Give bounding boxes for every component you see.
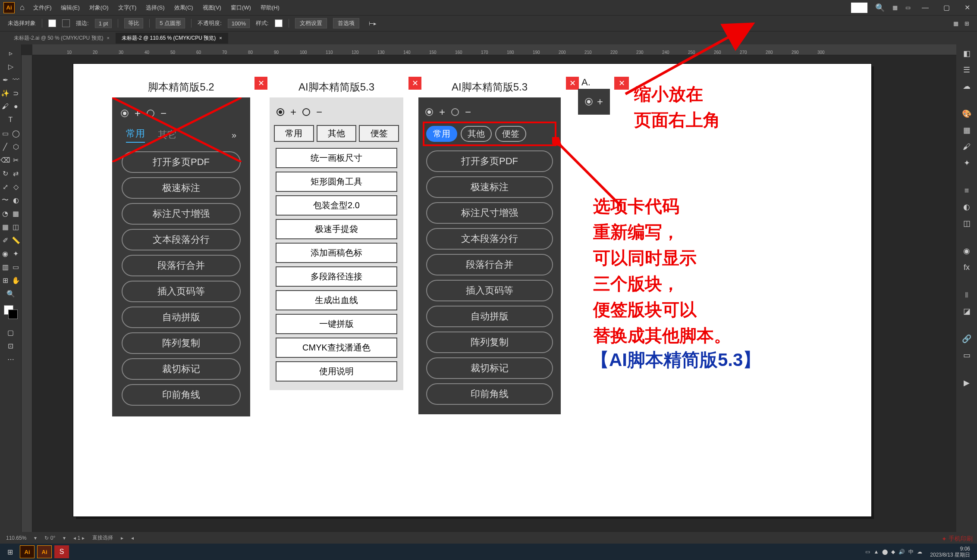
align-icon[interactable]: ⫴ — [965, 288, 968, 301]
menu-edit[interactable]: 编辑(E) — [61, 4, 79, 12]
tool-mesh-gradient[interactable]: ▦◫ — [0, 221, 21, 233]
pathfinder-icon[interactable]: ◪ — [963, 305, 971, 318]
tab-other[interactable]: 其他 — [317, 125, 357, 142]
radio-on[interactable] — [276, 108, 284, 116]
tool-rotate-reflect[interactable]: ↻⇄ — [0, 167, 21, 179]
radio-on[interactable] — [425, 108, 433, 116]
brushes-icon[interactable]: 🖌 — [963, 140, 971, 153]
opacity-value[interactable]: 100% — [228, 19, 250, 28]
doc-tab-1[interactable]: 未标题-2.ai @ 50 % (CMYK/CPU 预览)× — [8, 33, 116, 44]
tray-icon[interactable]: ▲ — [873, 549, 879, 555]
search-input[interactable] — [851, 3, 867, 13]
gradient-icon[interactable]: ◐ — [963, 200, 970, 213]
style-swatch[interactable] — [275, 19, 283, 27]
start-button[interactable]: ⊞ — [3, 545, 17, 558]
appearance-icon[interactable]: ◉ — [963, 244, 970, 257]
script-button[interactable]: 打开多页PDF — [122, 151, 241, 173]
script-button[interactable]: 阵列复制 — [122, 332, 241, 354]
close-button[interactable]: ✕ — [566, 77, 579, 90]
script-button[interactable]: 自动拼版 — [426, 306, 553, 327]
artboard-nav[interactable]: ◂ 1 ▸ — [73, 535, 84, 541]
script-button[interactable]: 文本段落分行 — [426, 228, 553, 250]
script-button[interactable]: 极速标注 — [122, 177, 241, 199]
tool-direct-select[interactable]: ▷ — [3, 60, 19, 72]
doc-tab-2[interactable]: 未标题-2 @ 110.65 % (CMYK/CPU 预览)× — [116, 33, 228, 44]
tool-width-warp[interactable]: 〜◐ — [0, 194, 21, 206]
tab-close-icon[interactable]: × — [219, 35, 222, 41]
menu-select[interactable]: 选择(S) — [146, 4, 164, 12]
script-button[interactable]: 插入页码等 — [426, 280, 553, 301]
transparency-icon[interactable]: ◫ — [963, 217, 971, 230]
tray-icon[interactable]: 🔊 — [898, 549, 905, 555]
menu-file[interactable]: 文件(F) — [33, 4, 52, 12]
arrange-icon[interactable]: ▦ — [892, 4, 898, 11]
color-icon[interactable]: 🎨 — [962, 107, 971, 120]
script-button[interactable]: 裁切标记 — [122, 358, 241, 380]
tool-slice-hand[interactable]: ⊞✋ — [0, 274, 21, 286]
brush-preset[interactable]: 5 点圆形 — [156, 18, 185, 28]
pin-icon[interactable]: ⊢▸ — [369, 20, 377, 27]
tool-line-polygon[interactable]: ╱⬡ — [0, 141, 21, 153]
tray-icon[interactable]: ☁ — [917, 549, 922, 555]
script-button[interactable]: 裁切标记 — [426, 357, 553, 379]
script-button[interactable]: 标注尺寸增强 — [426, 202, 553, 224]
scale-mode[interactable]: 等比 — [124, 18, 143, 28]
radio-off[interactable] — [302, 108, 310, 116]
radio-on[interactable] — [121, 109, 129, 117]
script-button[interactable]: 统一画板尺寸 — [276, 148, 397, 168]
tool-eyedropper-measure[interactable]: ✐📏 — [0, 234, 21, 246]
tool-selection[interactable]: ▹ — [3, 47, 19, 59]
script-button[interactable]: 阵列复制 — [426, 332, 553, 353]
menu-help[interactable]: 帮助(H) — [261, 4, 280, 12]
properties-icon[interactable]: ◧ — [963, 47, 971, 60]
radio-on[interactable] — [585, 98, 593, 106]
tab-common[interactable]: 常用 — [274, 125, 314, 142]
tool-scale-free[interactable]: ⤢◇ — [0, 181, 21, 193]
close-icon[interactable]: ✕ — [961, 3, 974, 12]
scroll-left-icon[interactable]: ◂ — [131, 535, 134, 541]
workspace-icon[interactable]: ▭ — [905, 4, 911, 11]
graphic-styles-icon[interactable]: fx — [964, 261, 970, 274]
script-button[interactable]: 一键拼版 — [276, 314, 397, 334]
script-button[interactable]: 标注尺寸增强 — [122, 203, 241, 225]
taskbar-app[interactable]: S — [54, 545, 69, 558]
script-button[interactable]: 印前角线 — [122, 384, 241, 406]
stroke-swatch[interactable] — [62, 19, 70, 27]
tab-common[interactable]: 常用 — [126, 127, 145, 143]
script-button[interactable]: 插入页码等 — [122, 281, 241, 302]
doc-setup-button[interactable]: 文档设置 — [295, 18, 327, 28]
maximize-icon[interactable]: ▢ — [940, 3, 953, 12]
close-button[interactable]: ✕ — [614, 77, 629, 90]
tray-icon[interactable]: ◆ — [891, 549, 895, 555]
stroke-icon[interactable]: ≡ — [964, 184, 969, 197]
tool-eraser-scissors[interactable]: ⌫✂ — [0, 154, 21, 166]
tool-rect-ellipse[interactable]: ▭◯ — [0, 127, 21, 139]
prefs-button[interactable]: 首选项 — [333, 18, 359, 28]
fill-swatch[interactable] — [48, 19, 56, 27]
links-icon[interactable]: 🔗 — [962, 332, 971, 345]
script-button[interactable]: 生成出血线 — [276, 290, 397, 310]
menu-view[interactable]: 视图(V) — [203, 4, 221, 12]
color-swatches[interactable] — [4, 305, 18, 319]
close-button[interactable]: ✕ — [254, 77, 267, 90]
script-button[interactable]: 包装盒型2.0 — [276, 195, 397, 216]
libraries-icon[interactable]: ☁ — [963, 80, 971, 93]
play-icon[interactable]: ▶ — [964, 376, 970, 389]
menu-effect[interactable]: 效果(C) — [174, 4, 193, 12]
edit-toolbar[interactable]: ⋯ — [3, 353, 19, 365]
menu-type[interactable]: 文字(T) — [118, 4, 137, 12]
taskbar-ai-1[interactable]: Ai — [20, 545, 35, 558]
tool-brush-blob[interactable]: 🖌● — [0, 100, 21, 113]
tool-type[interactable]: T — [3, 114, 19, 126]
menu-window[interactable]: 窗口(W) — [231, 4, 251, 12]
minimize-icon[interactable]: — — [918, 4, 932, 12]
tool-graph-artboard[interactable]: ▥▭ — [0, 261, 21, 273]
script-button[interactable]: 极速手提袋 — [276, 219, 397, 239]
tab-notes[interactable]: 便签 — [495, 126, 526, 142]
radio-off[interactable] — [147, 109, 154, 117]
script-button[interactable]: 使用说明 — [276, 361, 397, 382]
script-button[interactable]: 多段路径连接 — [276, 266, 397, 287]
tray-icon[interactable]: ▭ — [865, 549, 870, 555]
swatches-icon[interactable]: ▦ — [963, 124, 971, 137]
tool-shapebuilder-livepaint[interactable]: ◔▦ — [0, 207, 21, 219]
